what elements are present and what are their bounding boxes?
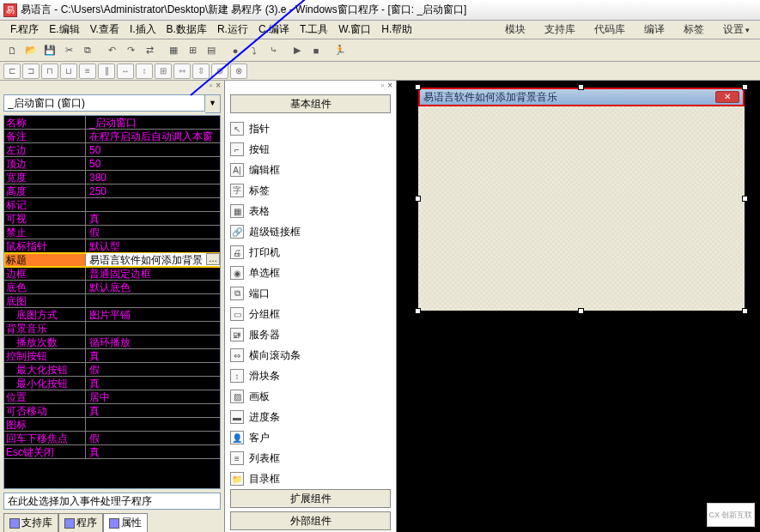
resize-handle[interactable] [578,308,584,314]
save-icon[interactable]: 💾 [41,42,58,59]
component-item[interactable]: ⇔横向滚动条 [230,345,391,366]
component-item[interactable]: 🖳服务器 [230,324,391,345]
object-selector-dropdown-icon[interactable]: ▼ [205,94,221,113]
component-item[interactable]: 📁目录框 [230,469,391,487]
menu-window[interactable]: W.窗口 [333,21,376,39]
property-value[interactable]: 普通固定边框 [86,267,220,280]
property-row[interactable]: 位置居中 [4,390,220,404]
property-value[interactable]: 在程序启动后自动调入本窗 [86,130,220,142]
property-row[interactable]: 宽度380 [4,171,220,184]
property-value[interactable] [86,322,220,335]
property-row[interactable]: 底图方式图片平铺 [4,308,220,322]
property-value[interactable]: 假 [86,432,220,444]
category-basic[interactable]: 基本组件 [230,94,391,113]
menu-view[interactable]: V.查看 [85,21,125,39]
property-row[interactable]: 背景音乐 [4,322,220,336]
rmenu-module[interactable]: 模块 [500,21,531,39]
menu-program[interactable]: F.程序 [5,21,44,39]
copy-icon[interactable]: ⧉ [79,42,96,59]
property-row[interactable]: 顶边50 [4,157,220,171]
property-value[interactable] [86,294,220,307]
property-row[interactable]: 标记 [4,198,220,212]
align-bottom-icon[interactable]: ⊔ [60,63,77,79]
align-right-icon[interactable]: ⊐ [22,63,40,79]
component-item[interactable]: ▭分组框 [230,304,391,324]
property-value[interactable]: 50 [86,157,220,170]
property-row[interactable]: 边框普通固定边框 [4,267,220,281]
rmenu-compile[interactable]: 编译 [639,21,670,39]
object-selector[interactable] [3,94,205,112]
run-icon[interactable]: ▶ [289,42,306,59]
component-item[interactable]: ◉单选框 [230,263,391,283]
dbform-icon[interactable]: ▤ [203,42,220,59]
vspace-icon[interactable]: ⇳ [192,63,210,79]
tab-program[interactable]: 程序 [58,513,103,532]
component-item[interactable]: 🔗超级链接框 [230,221,391,242]
property-value[interactable]: 默认型 [86,239,220,252]
align-hcenter-icon[interactable]: ≡ [79,63,96,79]
menu-edit[interactable]: E.编辑 [44,21,84,39]
property-value[interactable]: 假 [86,363,220,376]
property-row[interactable]: 禁止假 [4,226,220,239]
property-value[interactable]: 380 [86,171,220,184]
component-item[interactable]: ▨画板 [230,386,391,407]
property-row[interactable]: 回车下移焦点假 [4,432,220,445]
redo-icon[interactable]: ↷ [122,42,139,59]
resize-handle[interactable] [415,196,421,202]
property-row[interactable]: 最小化按钮真 [4,377,220,390]
tab-properties[interactable]: 属性 [103,513,148,532]
same-size-icon[interactable]: ⊞ [155,63,172,79]
property-row[interactable]: 控制按钮真 [4,349,220,363]
property-value[interactable]: _启动窗口 [86,116,220,129]
property-value[interactable]: 易语言软件如何添加背景… [86,253,220,266]
undo-icon[interactable]: ↶ [103,42,120,59]
stepin-icon[interactable]: ⤷ [264,42,282,59]
property-value[interactable]: 假 [86,226,220,239]
resize-handle[interactable] [742,84,748,90]
comp-panel-pin-icon[interactable]: ▫ [380,81,386,93]
db-icon[interactable]: ▦ [165,42,182,59]
rmenu-support[interactable]: 支持库 [539,21,581,39]
new-icon[interactable]: 🗋 [3,42,21,59]
tab-support[interactable]: 支持库 [3,513,58,532]
component-item[interactable]: ⧉端口 [230,283,391,304]
rmenu-settings[interactable]: 设置 [718,21,755,39]
menu-help[interactable]: H.帮助 [376,21,417,39]
property-value[interactable]: 默认底色 [86,281,220,293]
property-row[interactable]: 可视真 [4,212,220,226]
open-icon[interactable]: 📂 [22,42,40,59]
event-selector[interactable] [3,493,221,510]
hspace-icon[interactable]: ⇿ [173,63,191,79]
center-v-icon[interactable]: ⊗ [230,63,247,79]
property-row[interactable]: 图标 [4,418,220,432]
same-width-icon[interactable]: ↔ [117,63,134,79]
component-item[interactable]: ▦表格 [230,201,391,221]
property-value[interactable]: 循环播放 [86,336,220,348]
property-more-button[interactable]: … [206,253,220,265]
property-row[interactable]: 播放次数循环播放 [4,336,220,349]
property-row[interactable]: 名称_启动窗口 [4,116,220,130]
property-row[interactable]: Esc键关闭真 [4,445,220,459]
property-row[interactable]: 备注在程序启动后自动调入本窗 [4,130,220,143]
component-item[interactable]: ⌐按钮 [230,139,391,160]
component-item[interactable]: ▬进度条 [230,407,391,427]
menu-database[interactable]: B.数据库 [161,21,212,39]
property-row[interactable]: 鼠标指针默认型 [4,239,220,253]
form-body[interactable] [418,106,745,311]
property-row[interactable]: 底色默认底色 [4,281,220,294]
property-value[interactable]: 50 [86,143,220,156]
rmenu-codelib[interactable]: 代码库 [589,21,630,39]
panel-close-icon[interactable]: × [214,81,222,93]
resize-handle[interactable] [578,84,584,90]
property-row[interactable]: 最大化按钮假 [4,363,220,377]
dbview-icon[interactable]: ⊞ [184,42,201,59]
component-item[interactable]: ↕滑块条 [230,366,391,386]
property-value[interactable] [86,418,220,431]
align-vcenter-icon[interactable]: ‖ [98,63,115,79]
cut-icon[interactable]: ✂ [60,42,77,59]
resize-handle[interactable] [742,196,748,202]
property-value[interactable] [86,198,220,211]
stop-icon[interactable]: ■ [307,42,325,59]
menu-run[interactable]: R.运行 [212,21,253,39]
comp-panel-close-icon[interactable]: × [386,81,394,93]
